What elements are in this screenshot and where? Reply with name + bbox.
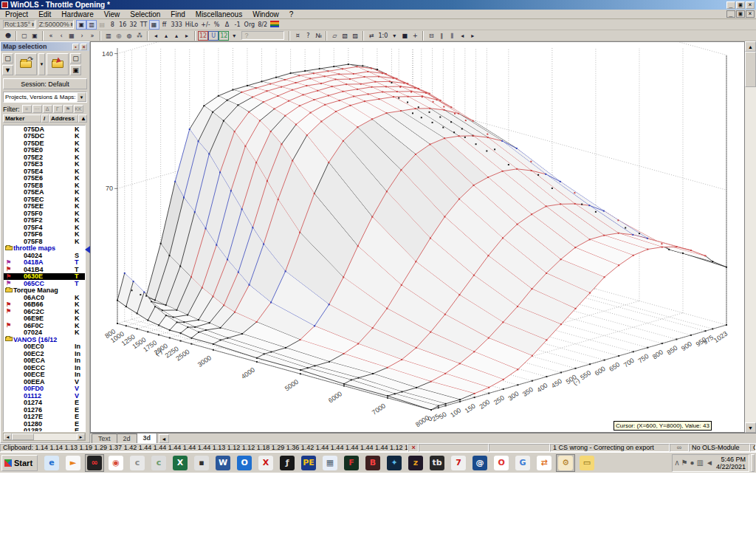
map-row[interactable]: 075E0K <box>4 147 85 154</box>
win-prev-button[interactable]: ◂ <box>457 31 467 41</box>
map-row[interactable]: 075F2K <box>4 217 85 224</box>
map-row[interactable]: 075E8K <box>4 182 85 189</box>
map-row[interactable]: 075E4K <box>4 168 85 175</box>
percent-view-button[interactable]: % <box>212 20 222 30</box>
taskbar-flash-tool-icon[interactable]: F <box>342 454 361 472</box>
map-row[interactable]: throttle maps <box>4 245 85 253</box>
version-12-green-button[interactable]: 12 <box>219 31 229 41</box>
taskbar-excel-icon[interactable]: X <box>171 454 190 472</box>
tab-2d[interactable]: 2d <box>117 433 137 443</box>
map-3d-view[interactable]: 7014080010001250150017502000225025003000… <box>90 41 745 433</box>
map-row[interactable]: 075DCK <box>4 133 85 140</box>
map-row[interactable]: 075EAK <box>4 189 85 196</box>
org-split-button[interactable]: 8/2 <box>256 20 269 30</box>
nav-next-button[interactable]: › <box>77 31 87 41</box>
map-row[interactable]: 075EEK <box>4 203 85 210</box>
map-row[interactable]: 075E3K <box>4 161 85 168</box>
open-maplist-button[interactable] <box>15 53 37 75</box>
rotation-spinner[interactable]: Rot:135°▴▾ <box>3 20 35 29</box>
panel-collapse-arrow-icon[interactable] <box>81 246 90 253</box>
map-row[interactable]: 00EC2In <box>4 350 85 357</box>
quick-search-box[interactable]: ? <box>241 31 284 40</box>
undo-left-button[interactable]: ◂ <box>151 31 161 41</box>
menu-window[interactable]: Window <box>247 10 284 19</box>
nav-first-button[interactable]: « <box>46 31 56 41</box>
window-maps-button[interactable]: ▣ <box>30 31 40 41</box>
map-row[interactable]: 00ECCIn <box>4 364 85 371</box>
map-row[interactable]: 06E9EK <box>4 315 85 323</box>
tray-icon-4[interactable]: ◄ <box>706 459 713 467</box>
map-row[interactable]: 01276E <box>4 406 85 414</box>
3d-surface-chart[interactable]: 7014080010001250150017502000225025003000… <box>91 42 745 433</box>
tray-icon-3[interactable]: ▥ <box>697 459 704 467</box>
tile-vertical-button[interactable]: ∥ <box>436 31 447 41</box>
grid-16-button[interactable]: ▦ <box>149 20 159 30</box>
panel-close-button[interactable]: × <box>80 44 87 50</box>
taskbar-box-3d-app-icon[interactable]: ⇄ <box>535 454 554 472</box>
taskbar-internet-explorer-icon[interactable]: e <box>42 454 61 472</box>
map-overview-button[interactable]: ▦ <box>66 31 77 41</box>
map-row[interactable]: 075ECK <box>4 196 85 203</box>
import-maps-button[interactable] <box>47 53 69 75</box>
hi-lo-order-button[interactable]: HiLo <box>184 20 199 30</box>
hscroll-right-arrow[interactable]: ► <box>77 433 85 440</box>
menu-miscellaneous[interactable]: Miscellaneous <box>190 10 247 19</box>
precision-float-button[interactable]: TT <box>139 20 149 30</box>
map-list-view-button[interactable]: ▱ <box>329 31 340 41</box>
cols-ff-button[interactable]: ff <box>159 20 170 30</box>
taskbar-pe-tool-icon[interactable]: PE <box>299 454 318 472</box>
save-maps-button[interactable]: ▼ <box>2 65 13 75</box>
taskbar-media-player-icon[interactable]: ► <box>63 454 83 472</box>
insert-map-button[interactable]: ¤ <box>292 31 303 41</box>
nav-last-button[interactable]: » <box>87 31 97 41</box>
map-2d-view-button[interactable]: ▧ <box>340 31 350 41</box>
map-row[interactable]: ⚑06F0CK <box>4 322 85 329</box>
filter-button-5[interactable]: KK <box>74 105 83 113</box>
menu-project[interactable]: Project <box>0 10 33 19</box>
map-row[interactable]: 075E6K <box>4 175 85 182</box>
map-row[interactable]: ⚑065CCT <box>4 280 85 287</box>
filter-button-0[interactable]: = <box>22 105 32 113</box>
view-3d-button[interactable]: ▣ <box>76 20 86 30</box>
map-search-button[interactable]: ▥ <box>103 31 114 41</box>
minimize-button[interactable]: _ <box>726 1 735 9</box>
taskbar-chrome-icon[interactable]: ◉ <box>106 454 126 472</box>
map-row[interactable]: ⚑0418AT <box>4 259 85 267</box>
window-project-button[interactable]: ▢ <box>19 31 30 41</box>
map-row[interactable]: 075F0K <box>4 210 85 217</box>
panel-pin-button[interactable]: ▪ <box>72 44 79 50</box>
minus-one-button[interactable]: -1 <box>233 20 243 30</box>
tray-icon-2[interactable]: ● <box>690 459 695 467</box>
map-row[interactable]: 04024S <box>4 252 85 259</box>
taskbar-app-c-green-icon[interactable]: c <box>149 454 168 472</box>
precision-16bit-button[interactable]: 16 <box>117 20 128 30</box>
open-maplist-dropdown[interactable]: ▼ <box>38 53 45 75</box>
hscroll-thumb[interactable] <box>12 433 34 440</box>
map-vertical-scrollbar[interactable]: ▲ ▼ <box>745 41 756 433</box>
view-table-button[interactable]: ▥ <box>86 20 97 30</box>
cascade-windows-button[interactable]: ⫼ <box>447 31 457 41</box>
swap-versions-button[interactable]: ⇄ <box>366 31 377 41</box>
paste-map-button[interactable]: ▣ <box>70 65 81 75</box>
tab-3d[interactable]: 3d <box>137 433 158 443</box>
tile-horizontal-button[interactable]: ⊟ <box>426 31 436 41</box>
tray-icon-1[interactable]: ⚑ <box>681 459 688 467</box>
map-row-selected[interactable]: ⚑0630ET <box>4 273 85 281</box>
taskbar-b-tool-icon[interactable]: B <box>363 454 382 472</box>
column-sort[interactable]: ▲ <box>78 114 87 123</box>
mdi-restore-button[interactable]: ▣ <box>736 10 745 18</box>
map-3d-view-button[interactable]: ▨ <box>350 31 360 41</box>
map-row[interactable]: 075F4K <box>4 224 85 231</box>
taskbar-file-manager-icon[interactable]: ▭ <box>577 454 597 472</box>
redo-right-button[interactable]: ▸ <box>182 31 192 41</box>
scope-dropdown[interactable]: Projects, Versions & Maps: (Ctrl ▼ <box>3 92 87 103</box>
map-row[interactable]: 0127EE <box>4 414 85 421</box>
map-row[interactable]: 075E2K <box>4 154 85 161</box>
menu-selection[interactable]: Selection <box>125 10 165 19</box>
map-row[interactable]: 01282E <box>4 428 85 433</box>
scroll-thumb[interactable] <box>745 52 756 87</box>
map-row[interactable]: ⚑06C2CK <box>4 308 85 315</box>
start-button[interactable]: Start <box>1 455 38 471</box>
map-row[interactable]: 00FD0V <box>4 385 85 393</box>
original-view-button[interactable]: Org <box>243 20 257 30</box>
